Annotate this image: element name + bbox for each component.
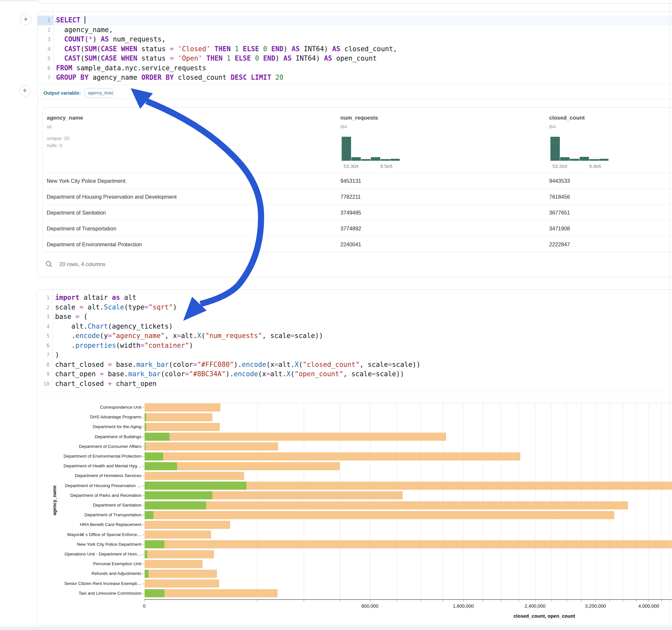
- bar-closed-count[interactable]: [145, 521, 230, 529]
- y-axis-label: Refunds and Adjustments: [37, 571, 141, 576]
- code-line[interactable]: 1SELECT: [38, 16, 672, 25]
- table-row-count: 20 rows, 4 columns: [59, 261, 105, 267]
- bar-chart: Correspondence UnitDHS Advantage Program…: [37, 392, 672, 626]
- table-cell: 3677651: [549, 205, 570, 220]
- code-line[interactable]: 9chart_open = base.mark_bar(color="#8BC3…: [37, 369, 672, 379]
- table-cell: Department of Housing Preservation and D…: [47, 189, 177, 204]
- code-line[interactable]: 2scale = alt.Scale(type="sqrt"): [37, 303, 672, 312]
- table-row[interactable]: Department of Sanitation37494853677651: [43, 204, 672, 220]
- table-row[interactable]: Department of Transportation377489234719…: [43, 220, 672, 236]
- code-line[interactable]: 6FROM sample_data.nyc.service_requests: [38, 64, 672, 73]
- table-cell: Department of Environmental Protection: [47, 237, 142, 252]
- code-line[interactable]: 4 alt.Chart(agency_tickets): [37, 322, 672, 332]
- code-line[interactable]: 5 CAST(SUM(CASE WHEN status = 'Open' THE…: [38, 54, 672, 64]
- bar-closed-count[interactable]: [145, 433, 446, 441]
- bar-closed-count[interactable]: [145, 540, 672, 548]
- column-header[interactable]: agency_name: [47, 115, 83, 121]
- gridline: [661, 403, 662, 599]
- table-cell: 3471908: [549, 221, 570, 236]
- table-cell: 3749485: [340, 205, 361, 220]
- bar-open-count[interactable]: [145, 482, 246, 490]
- y-axis-label: Department for the Aging: [37, 424, 141, 429]
- bar-closed-count[interactable]: [145, 453, 520, 461]
- table-cell: 7618456: [549, 189, 570, 204]
- y-axis-label: New York City Police Department: [37, 542, 141, 547]
- bar-open-count[interactable]: [145, 442, 146, 451]
- add-cell-button-middle[interactable]: +: [19, 85, 30, 97]
- x-axis-title: closed_count, open_count: [513, 613, 575, 619]
- bar-closed-count[interactable]: [145, 472, 244, 480]
- table-cell: New York City Police Department: [47, 173, 125, 189]
- y-axis-label: Taxi and Limousine Commission: [37, 591, 141, 596]
- column-header[interactable]: num_requests: [340, 115, 378, 121]
- histogram-min-label: 53,304: [344, 163, 359, 169]
- bar-open-count[interactable]: [145, 423, 146, 431]
- bar-open-count[interactable]: [145, 589, 164, 597]
- code-line[interactable]: 2 agency_name,: [38, 25, 672, 35]
- bar-closed-count[interactable]: [145, 560, 202, 568]
- bar-closed-count[interactable]: [145, 531, 211, 539]
- code-line[interactable]: 4 CAST(SUM(CASE WHEN status = 'Closed' T…: [38, 44, 672, 54]
- previous-cell-bottom: [38, 0, 672, 4]
- bar-open-count[interactable]: [145, 501, 206, 509]
- x-axis-tick-label: 1,600,000: [453, 603, 474, 609]
- code-line[interactable]: 7GROUP BY agency_name ORDER BY closed_co…: [38, 73, 672, 83]
- code-line[interactable]: 3base = (: [37, 312, 672, 322]
- histogram-min-label: 53,304: [552, 163, 567, 169]
- bar-open-count[interactable]: [145, 433, 170, 441]
- y-axis-label: Department of Consumer Affairs: [37, 444, 141, 449]
- bar-open-count[interactable]: [145, 511, 153, 519]
- code-line[interactable]: 8chart_closed = base.mark_bar(color="#FF…: [37, 360, 672, 370]
- bar-open-count[interactable]: [145, 413, 146, 421]
- bar-open-count[interactable]: [145, 491, 212, 500]
- code-line[interactable]: 5 .encode(y="agency_name", x=alt.X("num_…: [37, 331, 672, 341]
- bar-open-count[interactable]: [145, 462, 177, 470]
- code-line[interactable]: 6 .properties(width="container"): [37, 341, 672, 350]
- bar-closed-count[interactable]: [145, 579, 219, 587]
- bar-closed-count[interactable]: [145, 550, 214, 558]
- bar-closed-count[interactable]: [145, 404, 220, 412]
- table-cell: Department of Sanitation: [47, 205, 106, 220]
- bar-open-count[interactable]: [145, 570, 148, 578]
- gridline: [649, 403, 649, 599]
- bar-closed-count[interactable]: [145, 413, 212, 421]
- code-line[interactable]: 1import altair as alt: [37, 293, 672, 303]
- y-axis-label: Department of Buildings: [37, 434, 141, 439]
- y-axis-label: Operations Unit - Department of Hom…: [37, 552, 141, 556]
- output-variable-pill[interactable]: agency_tickets: [85, 88, 113, 98]
- table-cell: 2240041: [340, 237, 361, 252]
- histogram-max-label: 9.5e6: [380, 163, 392, 169]
- column-header[interactable]: closed_count: [549, 115, 585, 121]
- bar-closed-count[interactable]: [145, 442, 278, 451]
- y-axis-label: Department of Homeless Services: [37, 473, 141, 478]
- table-row[interactable]: Department of Environmental Protection22…: [43, 236, 672, 252]
- table-cell: Department of Transportation: [47, 221, 116, 236]
- table-row[interactable]: Department of Housing Preservation and D…: [43, 189, 672, 204]
- bar-closed-count[interactable]: [145, 511, 614, 519]
- bar-closed-count[interactable]: [145, 589, 278, 597]
- bar-closed-count[interactable]: [145, 423, 220, 431]
- search-icon[interactable]: [45, 261, 52, 268]
- bar-open-count[interactable]: [145, 550, 147, 558]
- table-cell: 2222847: [549, 237, 570, 252]
- y-axis-label: HRA Benefit Card Replacement: [37, 522, 141, 527]
- y-axis-label: Department of Environmental Protection: [37, 454, 141, 459]
- bar-closed-count[interactable]: [145, 501, 628, 509]
- bar-closed-count[interactable]: [145, 570, 217, 578]
- bar-open-count[interactable]: [145, 540, 164, 548]
- column-histogram: [342, 137, 400, 161]
- table-row[interactable]: New York City Police Department945313194…: [43, 173, 672, 189]
- code-line[interactable]: 7): [37, 350, 672, 360]
- result-table[interactable]: agency_namestrunique: 20nulls: 0num_requ…: [43, 107, 672, 252]
- code-line[interactable]: 10chart_closed + chart_open: [37, 379, 672, 389]
- code-line[interactable]: 3 COUNT(*) AS num_requests,: [38, 35, 672, 44]
- table-cell: 3774892: [340, 221, 361, 236]
- y-axis-label: Correspondence Unit: [37, 405, 141, 410]
- y-axis-label: Department of Health and Mental Hyg…: [37, 463, 141, 468]
- y-axis-label: Senior Citizen Rent Increase Exempti…: [37, 581, 141, 586]
- bar-open-count[interactable]: [145, 453, 163, 461]
- y-axis-title: agency_name: [52, 485, 57, 516]
- python-code-editor[interactable]: 1import altair as alt2scale = alt.Scale(…: [37, 290, 672, 392]
- sql-code-editor[interactable]: 1SELECT 2 agency_name,3 COUNT(*) AS num_…: [38, 12, 672, 84]
- add-cell-button-top[interactable]: +: [20, 14, 31, 25]
